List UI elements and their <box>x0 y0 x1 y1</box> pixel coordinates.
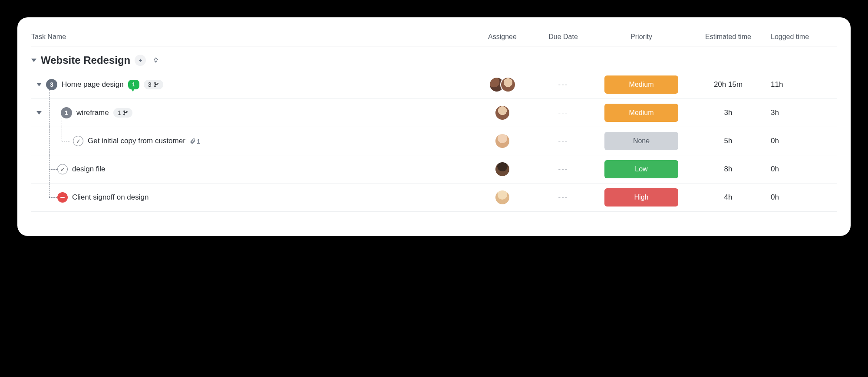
status-check-icon[interactable]: ✓ <box>57 164 68 174</box>
task-name[interactable]: wireframe <box>76 108 109 117</box>
logged-time[interactable]: 0h <box>767 137 837 145</box>
priority-badge[interactable]: Low <box>604 160 678 178</box>
tree-line <box>49 184 50 197</box>
avatar[interactable] <box>495 161 510 177</box>
branch-count-pill[interactable]: 1 <box>113 108 133 118</box>
tree-line <box>49 197 57 198</box>
tree-line <box>49 90 50 98</box>
tree-line <box>62 127 62 141</box>
estimated-time[interactable]: 20h 15m <box>689 80 767 89</box>
add-task-button[interactable]: + <box>135 55 146 66</box>
assignee-cell[interactable] <box>472 133 533 149</box>
branch-icon <box>154 82 159 87</box>
task-panel: Task Name Assignee Due Date Priority Est… <box>17 17 851 236</box>
group-title[interactable]: Website Redesign <box>41 54 130 66</box>
logged-time[interactable]: 0h <box>767 165 837 174</box>
status-blocked-icon[interactable] <box>57 192 68 203</box>
due-date[interactable]: --- <box>558 165 568 173</box>
task-name[interactable]: Get initial copy from customer <box>88 137 185 145</box>
task-row[interactable]: Client signoff on design --- High 4h 0h <box>31 184 837 212</box>
assignee-cell[interactable] <box>472 161 533 177</box>
assignee-cell[interactable] <box>472 105 533 121</box>
logged-time[interactable]: 11h <box>767 80 837 89</box>
priority-badge[interactable]: Medium <box>604 104 678 122</box>
task-row[interactable]: 1 wireframe 1 --- Medium 3h 3h <box>31 99 837 127</box>
due-date[interactable]: --- <box>558 137 568 145</box>
assignee-cell[interactable] <box>472 190 533 205</box>
avatar[interactable] <box>495 190 510 205</box>
task-name[interactable]: Home page design <box>62 80 124 89</box>
caret-down-icon[interactable] <box>36 83 42 86</box>
svg-point-4 <box>124 114 125 115</box>
paperclip-icon <box>190 138 196 144</box>
task-name[interactable]: design file <box>72 165 106 174</box>
branch-count: 1 <box>118 109 121 116</box>
task-name[interactable]: Client signoff on design <box>72 193 149 202</box>
estimated-time[interactable]: 8h <box>689 165 767 174</box>
assignee-cell[interactable] <box>472 77 533 92</box>
caret-down-icon[interactable] <box>31 59 36 62</box>
pin-icon <box>153 57 159 63</box>
tree-line <box>49 113 56 113</box>
logged-time[interactable]: 3h <box>767 108 837 117</box>
logged-time[interactable]: 0h <box>767 193 837 202</box>
col-priority: Priority <box>594 33 689 41</box>
priority-badge[interactable]: None <box>604 132 678 150</box>
column-headers: Task Name Assignee Due Date Priority Est… <box>31 28 837 46</box>
subtask-count-badge[interactable]: 1 <box>61 107 72 118</box>
due-date[interactable]: --- <box>558 193 568 201</box>
status-check-icon[interactable]: ✓ <box>73 136 83 146</box>
comment-count-badge[interactable]: 1 <box>128 80 139 89</box>
caret-down-icon[interactable] <box>36 111 42 115</box>
attachment-badge[interactable]: 1 <box>190 138 200 145</box>
avatar[interactable] <box>495 133 510 149</box>
estimated-time[interactable]: 5h <box>689 137 767 145</box>
pin-button[interactable] <box>150 55 162 66</box>
svg-point-1 <box>154 86 155 87</box>
col-due-date: Due Date <box>533 33 594 41</box>
svg-point-3 <box>124 111 125 111</box>
estimated-time[interactable]: 4h <box>689 193 767 202</box>
branch-icon <box>123 110 128 115</box>
branch-count-pill[interactable]: 3 <box>144 80 163 89</box>
avatar[interactable] <box>495 105 510 121</box>
col-logged: Logged time <box>767 33 837 41</box>
attachment-count: 1 <box>197 138 200 145</box>
branch-count: 3 <box>148 81 152 88</box>
task-row[interactable]: 3 Home page design 1 3 --- Medium 20h 15… <box>31 71 837 99</box>
col-assignee: Assignee <box>472 33 533 41</box>
svg-point-0 <box>154 82 155 83</box>
col-estimated: Estimated time <box>689 33 767 41</box>
tree-line <box>62 118 62 127</box>
subtask-count-badge[interactable]: 3 <box>46 79 57 90</box>
due-date[interactable]: --- <box>558 80 568 89</box>
estimated-time[interactable]: 3h <box>689 108 767 117</box>
col-task-name: Task Name <box>31 33 472 41</box>
tree-line <box>49 169 57 170</box>
task-row[interactable]: ✓ design file --- Low 8h 0h <box>31 155 837 184</box>
priority-badge[interactable]: High <box>604 188 678 207</box>
tree-line <box>49 127 50 155</box>
due-date[interactable]: --- <box>558 108 568 117</box>
task-row[interactable]: ✓ Get initial copy from customer 1 --- N… <box>31 127 837 155</box>
tree-line <box>62 141 69 141</box>
priority-badge[interactable]: Medium <box>604 75 678 94</box>
group-header[interactable]: Website Redesign + <box>31 46 837 71</box>
avatar[interactable] <box>500 77 516 92</box>
